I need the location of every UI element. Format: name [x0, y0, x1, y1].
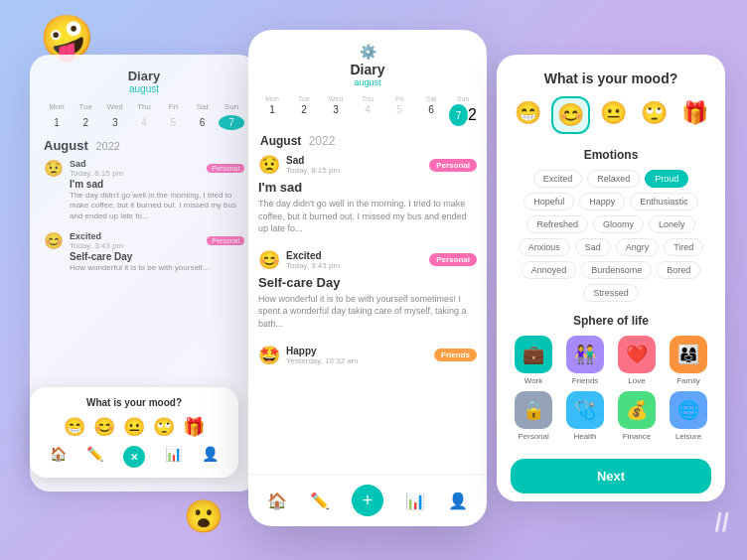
- mood-emoji-5[interactable]: 🎁: [183, 416, 205, 438]
- emotion-enthusiastic[interactable]: Enthusiastic: [630, 193, 698, 210]
- entry-mood-sad: Sad: [286, 155, 423, 166]
- sphere-friends[interactable]: 👫 Friends: [562, 336, 608, 385]
- emotion-lonely[interactable]: Lonely: [649, 215, 695, 233]
- main-entries-list: 😟 Sad Today, 8:15 pm Personal I'm sad Th…: [248, 154, 487, 474]
- main-days-numbers: 1 2 3 4 5 6 7 2: [248, 104, 487, 126]
- slash-decoration: //: [715, 507, 729, 538]
- mood-close-btn[interactable]: ✕: [123, 446, 145, 468]
- entry-mood-happy: Happy: [286, 346, 428, 356]
- mood-pick-1[interactable]: 😁: [511, 96, 545, 134]
- deco-emoji-bottom: 😮: [184, 497, 224, 535]
- nav-home-icon[interactable]: 🏠: [267, 491, 287, 510]
- bg-day-wed: Wed: [102, 102, 128, 111]
- entry-emoji-happy: 🤩: [258, 345, 280, 366]
- main-diary-title: Diary: [262, 62, 473, 77]
- mood-emoji-2[interactable]: 😊: [93, 416, 115, 438]
- sphere-love-icon: ❤️: [618, 336, 656, 373]
- mood-picker-title: What is your mood?: [511, 70, 711, 86]
- entry-badge-excited: Personal: [429, 253, 477, 266]
- emotion-relaxed[interactable]: Relaxed: [587, 170, 640, 188]
- sphere-family-icon: 👨‍👩‍👧: [670, 336, 707, 373]
- entry-badge-happy: Friends: [434, 349, 477, 361]
- mood-profile-btn[interactable]: 👤: [202, 446, 219, 468]
- sphere-family[interactable]: 👨‍👩‍👧 Family: [666, 336, 711, 385]
- sphere-personal-icon: 🔒: [515, 391, 552, 429]
- main-entry-sad: 😟 Sad Today, 8:15 pm Personal I'm sad Th…: [258, 154, 477, 235]
- emotion-tired[interactable]: Tired: [664, 238, 703, 256]
- emotion-refreshed[interactable]: Refreshed: [526, 215, 588, 233]
- sphere-love[interactable]: ❤️ Love: [614, 336, 660, 385]
- mood-pick-4[interactable]: 🙄: [637, 96, 672, 134]
- bg-day-thu: Thu: [131, 102, 157, 111]
- emotion-happy[interactable]: Happy: [579, 193, 625, 210]
- sphere-personal[interactable]: 🔒 Personal: [511, 391, 556, 441]
- emotions-section-title: Emotions: [511, 148, 711, 162]
- mood-picker-card: What is your mood? 😁 😊 😐 🙄 🎁 Emotions Ex…: [497, 55, 725, 501]
- main-diary-card: ⚙️ Diary august Mon Tue Wed Thu Fri Sat …: [248, 30, 487, 526]
- emotion-anxious[interactable]: Anxious: [519, 238, 570, 256]
- bg-diary-title: Diary: [44, 69, 244, 83]
- bg-day-sat: Sat: [190, 102, 216, 111]
- mood-emojis-row-small: 😁 😊 😐 🙄 🎁: [44, 416, 224, 438]
- main-entry-happy: 🤩 Happy Yesterday, 10:32 am Friends: [258, 345, 477, 366]
- sphere-health[interactable]: 🩺 Health: [562, 391, 608, 441]
- notification-badge: 2: [468, 106, 477, 124]
- entry-time-happy: Yesterday, 10:32 am: [286, 356, 428, 365]
- sphere-work-icon: 💼: [515, 336, 552, 373]
- nav-add-button[interactable]: +: [352, 485, 383, 516]
- bg-month-year: August 2022: [44, 138, 244, 153]
- nav-edit-icon[interactable]: ✏️: [310, 491, 330, 510]
- nav-profile-icon[interactable]: 👤: [448, 491, 468, 510]
- emotion-annoyed[interactable]: Annoyed: [522, 261, 577, 279]
- bg-entry-sad: 😟 Sad Today, 8:15 pm Personal I'm sad Th…: [44, 159, 244, 221]
- mood-emoji-1[interactable]: 😁: [64, 416, 85, 438]
- mood-home-btn[interactable]: 🏠: [50, 446, 67, 468]
- mood-edit-btn[interactable]: ✏️: [86, 446, 103, 468]
- sphere-grid: 💼 Work 👫 Friends ❤️ Love 👨‍👩‍👧 Family 🔒 …: [511, 336, 711, 441]
- mood-picker-emojis: 😁 😊 😐 🙄 🎁: [511, 96, 711, 134]
- main-days-labels: Mon Tue Wed Thu Fri Sat Sun: [248, 95, 487, 102]
- emotion-angry[interactable]: Angry: [616, 238, 660, 256]
- emotion-burdensome[interactable]: Burdensome: [581, 261, 652, 279]
- mood-pick-2[interactable]: 😊: [551, 96, 590, 134]
- emotion-excited[interactable]: Excited: [533, 170, 583, 188]
- entry-mood-excited: Excited: [286, 250, 423, 261]
- emotion-proud[interactable]: Proud: [645, 170, 688, 188]
- bottom-nav: 🏠 ✏️ + 📊 👤: [248, 474, 487, 526]
- bg-diary-subtitle: august: [44, 83, 244, 94]
- emotion-stressed[interactable]: Stressed: [583, 284, 639, 302]
- emotion-sad[interactable]: Sad: [575, 238, 611, 256]
- sphere-finance[interactable]: 💰 Finance: [614, 391, 660, 441]
- main-month-bar: August 2022: [248, 134, 487, 154]
- bg-day-fri: Fri: [160, 102, 186, 111]
- main-card-header: ⚙️ Diary august: [248, 30, 487, 95]
- next-button[interactable]: Next: [511, 459, 711, 493]
- nav-chart-icon[interactable]: 📊: [405, 491, 425, 510]
- emotion-hopeful[interactable]: Hopeful: [523, 193, 574, 210]
- entry-title-excited: Self-care Day: [258, 275, 477, 290]
- bg-day-mon: Mon: [44, 102, 70, 111]
- emotion-gloomy[interactable]: Gloomy: [593, 215, 644, 233]
- main-diary-subtitle: august: [262, 77, 473, 87]
- mood-chart-btn[interactable]: 📊: [165, 446, 182, 468]
- diary-icon: ⚙️: [262, 44, 473, 60]
- main-entry-excited: 😊 Excited Today, 3:43 pm Personal Self-c…: [258, 249, 477, 331]
- bg-days-numbers: 1 2 3 4 5 6 7: [44, 115, 244, 130]
- mood-pick-5[interactable]: 🎁: [677, 96, 712, 134]
- sphere-work[interactable]: 💼 Work: [511, 336, 556, 385]
- sphere-leisure-icon: 🌐: [670, 391, 707, 429]
- mood-emoji-4[interactable]: 🙄: [153, 416, 175, 438]
- entry-emoji-sad: 😟: [258, 154, 280, 176]
- mood-popup-small-title: What is your mood?: [44, 397, 224, 408]
- emotion-bored[interactable]: Bored: [657, 261, 700, 279]
- bg-day-tue: Tue: [73, 102, 98, 111]
- sphere-finance-icon: 💰: [618, 391, 656, 429]
- sphere-leisure[interactable]: 🌐 Leisure: [666, 391, 711, 441]
- mood-pick-3[interactable]: 😐: [596, 96, 631, 134]
- entry-time-sad: Today, 8:15 pm: [286, 166, 423, 175]
- sphere-section-title: Sphere of life: [511, 314, 711, 328]
- entry-badge-sad: Personal: [429, 159, 477, 172]
- mood-emoji-3[interactable]: 😐: [123, 416, 145, 438]
- entry-title-sad: I'm sad: [258, 180, 477, 195]
- bg-days-labels: Mon Tue Wed Thu Fri Sat Sun: [44, 102, 244, 111]
